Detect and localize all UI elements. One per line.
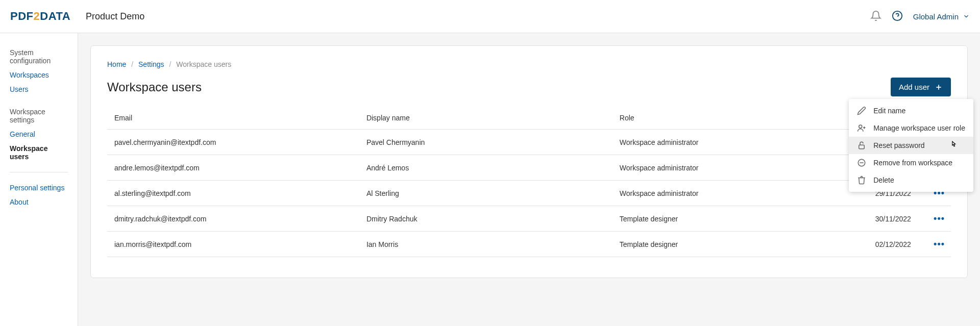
cursor-pointer-icon [949, 140, 958, 149]
cell-role: Template designer [614, 206, 816, 232]
table-row: dmitry.radchuk@itextpdf.comDmitry Radchu… [107, 206, 951, 232]
table-header-row: Email Display name Role [107, 107, 951, 130]
breadcrumb-home[interactable]: Home [107, 60, 126, 68]
cell-name: André Lemos [360, 155, 614, 181]
cell-email: ian.morris@itextpdf.com [107, 232, 360, 257]
add-user-label: Add user [899, 83, 929, 91]
table-row: ian.morris@itextpdf.comIan MorrisTemplat… [107, 232, 951, 257]
cell-role: Workspace administrator [614, 181, 816, 206]
plus-icon [935, 83, 943, 91]
sidebar-section-system: System configuration [0, 45, 78, 68]
add-user-button[interactable]: Add user [891, 78, 951, 96]
cell-email: al.sterling@itextpdf.com [107, 181, 360, 206]
col-header-name[interactable]: Display name [360, 107, 614, 130]
main-content: Home / Settings / Workspace users Worksp… [78, 33, 980, 326]
cell-name: Al Sterling [360, 181, 614, 206]
table-row: andre.lemos@itextpdf.comAndré LemosWorks… [107, 155, 951, 181]
cell-role: Template designer [614, 232, 816, 257]
svg-point-4 [859, 125, 862, 128]
sidebar-item-workspace-users[interactable]: Workspace users [0, 141, 78, 164]
cell-name: Ian Morris [360, 232, 614, 257]
cell-email: andre.lemos@itextpdf.com [107, 155, 360, 181]
page-title: Workspace users [107, 80, 202, 94]
cell-role: Workspace administrator [614, 130, 816, 155]
users-table: Email Display name Role pavel.chermyanin… [107, 107, 951, 257]
cell-email: dmitry.radchuk@itextpdf.com [107, 206, 360, 232]
app-logo: PDF2DATA [10, 10, 70, 23]
sidebar-item-users[interactable]: Users [0, 82, 78, 96]
sidebar-divider [10, 172, 68, 172]
cell-role: Workspace administrator [614, 155, 816, 181]
menu-item-label: Delete [873, 176, 894, 184]
cell-email: pavel.chermyanin@itextpdf.com [107, 130, 360, 155]
notifications-icon[interactable] [870, 10, 881, 23]
menu-item-label: Manage workspace user role [873, 124, 965, 132]
user-role-icon [857, 123, 866, 133]
cell-name: Dmitry Radchuk [360, 206, 614, 232]
sidebar-item-general[interactable]: General [0, 127, 78, 141]
row-actions-button[interactable]: ••• [934, 239, 945, 249]
sidebar-section-workspace: Workspace settings [0, 105, 78, 127]
menu-item-edit-name[interactable]: Edit name [849, 102, 973, 119]
help-icon[interactable] [892, 10, 903, 23]
col-header-email[interactable]: Email [107, 107, 360, 130]
cell-date: 02/12/2022 [816, 232, 917, 257]
context-menu: Edit name Manage workspace user role Res… [849, 99, 973, 192]
col-header-role[interactable]: Role [614, 107, 816, 130]
app-header: PDF2DATA Product Demo Global Admin [0, 0, 980, 33]
trash-icon [857, 175, 866, 185]
breadcrumb-settings[interactable]: Settings [138, 60, 164, 68]
chevron-down-icon [963, 13, 970, 20]
product-title: Product Demo [86, 11, 144, 22]
menu-item-label: Edit name [873, 107, 905, 115]
menu-item-delete[interactable]: Delete [849, 171, 973, 189]
breadcrumb: Home / Settings / Workspace users [107, 60, 951, 68]
row-actions-button[interactable]: ••• [934, 213, 945, 223]
lock-icon [857, 141, 866, 150]
sidebar: System configuration Workspaces Users Wo… [0, 33, 78, 326]
menu-item-label: Remove from workspace [873, 159, 952, 167]
remove-icon [857, 158, 866, 167]
menu-item-reset-password[interactable]: Reset password [849, 137, 973, 154]
table-row: al.sterling@itextpdf.comAl SterlingWorks… [107, 181, 951, 206]
user-menu[interactable]: Global Admin [913, 12, 970, 21]
menu-item-remove[interactable]: Remove from workspace [849, 154, 973, 171]
sidebar-item-about[interactable]: About [0, 195, 78, 209]
sidebar-item-personal-settings[interactable]: Personal settings [0, 181, 78, 195]
logo-part-data: DATA [40, 10, 70, 22]
cell-date: 30/11/2022 [816, 206, 917, 232]
sidebar-item-workspaces[interactable]: Workspaces [0, 68, 78, 82]
pencil-icon [857, 106, 866, 115]
menu-item-label: Reset password [873, 141, 924, 149]
user-menu-label: Global Admin [913, 12, 959, 21]
svg-rect-7 [859, 145, 865, 149]
cell-name: Pavel Chermyanin [360, 130, 614, 155]
table-row: pavel.chermyanin@itextpdf.comPavel Cherm… [107, 130, 951, 155]
content-panel: Home / Settings / Workspace users Worksp… [90, 45, 968, 278]
logo-part-pdf: PDF [10, 10, 34, 22]
breadcrumb-current: Workspace users [176, 60, 231, 68]
logo-part-2: 2 [34, 10, 40, 22]
menu-item-manage-role[interactable]: Manage workspace user role [849, 119, 973, 137]
